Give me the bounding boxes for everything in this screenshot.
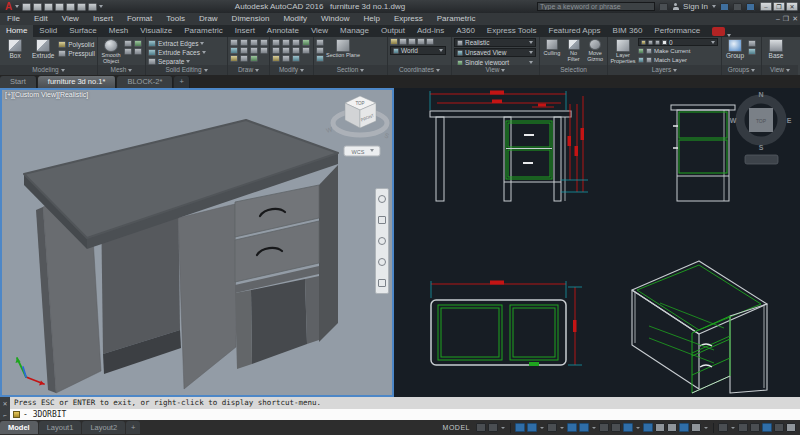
mesh-tool-icon[interactable]	[124, 40, 132, 47]
panel-label-mesh[interactable]: Mesh	[98, 65, 145, 75]
object-snap-icon[interactable]	[579, 423, 589, 432]
viewcube-2d[interactable]: TOP N W E S	[730, 91, 792, 164]
redo-icon[interactable]	[88, 3, 97, 11]
circle-icon[interactable]	[250, 39, 258, 46]
annotation-visibility-icon[interactable]	[679, 423, 689, 432]
command-input-text[interactable]: - 3DORBIT	[23, 409, 66, 420]
open-file-icon[interactable]	[33, 3, 42, 11]
panel-label-solid-editing[interactable]: Solid Editing	[146, 65, 227, 75]
autocad-logo-icon[interactable]: A	[2, 1, 15, 12]
offset-icon[interactable]	[292, 55, 300, 62]
annotation-monitor-icon[interactable]	[738, 423, 748, 432]
rectangle-icon[interactable]	[230, 47, 238, 54]
search-icon[interactable]	[659, 3, 668, 11]
annotation-scale-icon[interactable]	[691, 423, 701, 432]
viewcube-north-label[interactable]: N	[758, 91, 763, 98]
erase-icon[interactable]	[272, 55, 280, 62]
panel-label-selection[interactable]: Selection	[540, 65, 607, 75]
menu-item-express[interactable]: Express	[387, 13, 430, 25]
copy-icon[interactable]	[272, 47, 280, 54]
section-tool-icon[interactable]	[316, 39, 324, 46]
scale-icon[interactable]	[292, 47, 300, 54]
menu-item-format[interactable]: Format	[120, 13, 159, 25]
isodraft-icon[interactable]	[547, 423, 557, 432]
close-button[interactable]: ✕	[786, 2, 798, 11]
ribbon-tab-home[interactable]: Home	[0, 25, 33, 37]
group-button[interactable]: Group	[724, 38, 746, 60]
ortho-icon[interactable]	[515, 423, 525, 432]
hatch-icon[interactable]	[250, 47, 258, 54]
base-button[interactable]: Base	[764, 38, 788, 60]
line-icon[interactable]	[230, 39, 238, 46]
viewport-3d-realistic[interactable]: [+][Custom View][Realistic]	[0, 88, 394, 397]
save-icon[interactable]	[44, 3, 53, 11]
make-current-button[interactable]: Make Current	[638, 47, 719, 55]
transparency-icon[interactable]	[611, 423, 621, 432]
annotation-scale-caret-icon[interactable]	[704, 427, 708, 429]
rotate-icon[interactable]	[282, 39, 290, 46]
layer-combo[interactable]: 0	[638, 38, 718, 46]
pan-icon[interactable]	[378, 216, 386, 224]
ungroup-icon[interactable]	[748, 40, 756, 47]
selection-cycling-caret-icon[interactable]	[636, 427, 640, 429]
mirror-icon[interactable]	[282, 47, 290, 54]
menu-item-file[interactable]: File	[0, 13, 27, 25]
model-space-label[interactable]: MODEL	[443, 424, 470, 431]
menu-item-insert[interactable]: Insert	[86, 13, 120, 25]
ucs-object-icon[interactable]	[426, 38, 434, 45]
polar-caret-icon[interactable]	[540, 427, 544, 429]
ribbon-tab-annotate[interactable]: Annotate	[261, 25, 305, 37]
sign-in-label[interactable]: Sign In	[683, 2, 708, 11]
top-view[interactable]	[431, 281, 582, 367]
app-menu-caret-icon[interactable]	[15, 5, 19, 8]
section-plane-button[interactable]: Section Plane	[326, 38, 360, 59]
file-tab-start[interactable]: Start	[0, 76, 37, 88]
helix-icon[interactable]	[250, 55, 258, 62]
panel-label-view-base[interactable]: View	[762, 65, 798, 75]
doc-minimize-icon[interactable]: –	[776, 15, 780, 23]
mesh-tool-icon[interactable]	[134, 48, 142, 55]
point-icon[interactable]	[230, 55, 238, 62]
menu-item-modify[interactable]: Modify	[276, 13, 314, 25]
mesh-tool-icon[interactable]	[134, 40, 142, 47]
command-input[interactable]: - 3DORBIT	[10, 409, 800, 420]
menu-item-parametric[interactable]: Parametric	[430, 13, 483, 25]
polyline-icon[interactable]	[240, 39, 248, 46]
mesh-tool-icon[interactable]	[124, 48, 132, 55]
panel-label-section[interactable]: Section	[314, 65, 387, 75]
search-input[interactable]: Type a keyword or phrase	[537, 2, 655, 11]
clean-screen-icon[interactable]	[774, 423, 784, 432]
ucs-previous-icon[interactable]	[408, 38, 416, 45]
layout2-tab[interactable]: Layout2	[82, 421, 125, 434]
panel-label-layers[interactable]: Layers	[608, 65, 721, 75]
menu-item-window[interactable]: Window	[314, 13, 356, 25]
ribbon-tab-bim360[interactable]: BIM 360	[607, 25, 649, 37]
move-gizmo-button[interactable]: Move Gizmo	[585, 38, 605, 63]
ucs-face-icon[interactable]	[417, 38, 425, 45]
ribbon-tab-manage[interactable]: Manage	[334, 25, 375, 37]
panel-label-draw[interactable]: Draw	[228, 65, 269, 75]
plot-icon[interactable]	[66, 3, 75, 11]
restore-button[interactable]: ❐	[773, 2, 785, 11]
lineweight-icon[interactable]	[599, 423, 609, 432]
ucs-world-icon[interactable]	[399, 38, 407, 45]
ucs-combo[interactable]: World	[390, 46, 446, 55]
snap-caret-icon[interactable]	[501, 427, 505, 429]
graphics-performance-icon[interactable]	[762, 423, 772, 432]
side-view[interactable]	[671, 105, 735, 201]
ribbon-tab-addins[interactable]: Add-ins	[411, 25, 450, 37]
isometric-view[interactable]	[632, 261, 767, 393]
menu-item-edit[interactable]: Edit	[27, 13, 55, 25]
ribbon-tab-featured-apps[interactable]: Featured Apps	[543, 25, 607, 37]
a360-icon[interactable]	[720, 3, 729, 11]
dynamic-ucs-icon[interactable]	[655, 423, 665, 432]
extrude-faces-button[interactable]: Extrude Faces	[148, 48, 206, 56]
viewport-wireframe-layout[interactable]: TOP N W E S	[394, 88, 800, 397]
panel-label-view[interactable]: View	[452, 65, 539, 75]
box-button[interactable]: Box	[2, 38, 28, 60]
trim-icon[interactable]	[292, 39, 300, 46]
viewcube-east-label[interactable]: E	[787, 117, 792, 124]
ribbon-tab-insert[interactable]: Insert	[229, 25, 261, 37]
navigation-bar[interactable]	[375, 188, 389, 294]
isodraft-caret-icon[interactable]	[560, 427, 564, 429]
